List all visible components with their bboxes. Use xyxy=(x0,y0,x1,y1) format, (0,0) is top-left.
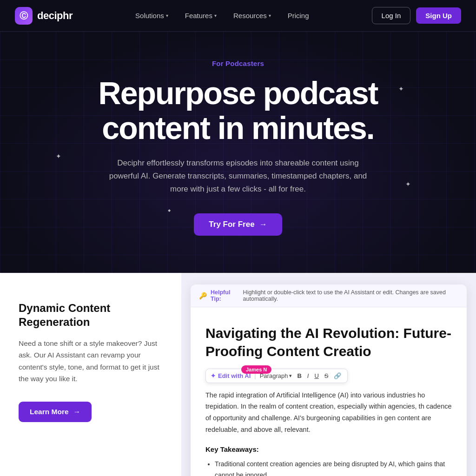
chevron-down-icon: ▾ xyxy=(214,13,217,18)
left-panel: Dynamic Content Regeneration Need a tone… xyxy=(0,273,181,476)
tip-label: Helpful Tip: xyxy=(211,289,239,302)
nav-pricing[interactable]: Pricing xyxy=(281,8,316,23)
key-takeaways-label: Key Takeaways: xyxy=(205,445,452,453)
logo[interactable]: Ⓒ deciphr xyxy=(15,7,73,25)
chevron-down-icon: ▾ xyxy=(269,13,271,18)
login-button[interactable]: Log In xyxy=(372,7,411,24)
hero-section: ✦ ✦ ✦ ✦ ⬥ ⬥ For Podcasters Repurpose pod… xyxy=(0,32,476,273)
nav-resources[interactable]: Resources ▾ xyxy=(227,8,278,23)
paragraph-selector[interactable]: Paragraph ▾ xyxy=(260,372,292,379)
underline-button[interactable]: U xyxy=(313,371,320,380)
hero-content: For Podcasters Repurpose podcast content… xyxy=(15,60,461,236)
italic-button[interactable]: I xyxy=(306,371,311,380)
editor-body-text: The rapid integration of Artificial Inte… xyxy=(205,390,452,436)
link-button[interactable]: 🔗 xyxy=(332,371,343,380)
hero-tag: For Podcasters xyxy=(15,60,461,67)
editor-tip-bar: 🔑 Helpful Tip: Highlight or double-click… xyxy=(191,284,467,307)
tip-text: Highlight or double-click text to use th… xyxy=(243,289,458,302)
editor-article-title: Navigating the AI Revolution: Future-Pro… xyxy=(205,324,452,360)
nav-solutions[interactable]: Solutions ▾ xyxy=(129,8,175,23)
key-takeaways-list: Traditional content creation agencies ar… xyxy=(205,459,452,476)
user-cursor xyxy=(248,364,257,372)
nav-links: Solutions ▾ Features ▾ Resources ▾ Prici… xyxy=(129,8,315,23)
strikethrough-button[interactable]: S xyxy=(323,371,330,380)
chevron-down-icon: ▾ xyxy=(166,13,168,18)
try-for-free-button[interactable]: Try For Free → xyxy=(194,213,282,236)
paragraph-label: Paragraph xyxy=(260,372,288,379)
left-panel-title: Dynamic Content Regeneration xyxy=(19,301,163,329)
nav-actions: Log In Sign Up xyxy=(372,7,461,24)
separator: | xyxy=(254,372,256,379)
learn-more-button[interactable]: Learn More → xyxy=(19,402,92,422)
editor-toolbar: ✦ Edit with AI | Paragraph ▾ B I U S 🔗 xyxy=(205,369,348,383)
nav-features[interactable]: Features ▾ xyxy=(178,8,223,23)
navbar: Ⓒ deciphr Solutions ▾ Features ▾ Resourc… xyxy=(0,0,476,32)
chevron-down-icon: ▾ xyxy=(289,373,292,379)
signup-button[interactable]: Sign Up xyxy=(416,7,461,24)
arrow-icon: → xyxy=(259,220,267,229)
bold-button[interactable]: B xyxy=(296,371,303,380)
ai-icon: ✦ xyxy=(211,372,216,379)
text-format-buttons: B I U S 🔗 xyxy=(296,371,343,380)
left-panel-description: Need a tone shift or a style makeover? J… xyxy=(19,337,163,385)
bullet-item: Traditional content creation agencies ar… xyxy=(215,459,452,476)
logo-text: deciphr xyxy=(37,10,73,22)
editor-card: 🔑 Helpful Tip: Highlight or double-click… xyxy=(191,284,467,476)
hero-title: Repurpose podcast content in minutes. xyxy=(57,76,419,145)
logo-icon: Ⓒ xyxy=(15,7,33,25)
edit-with-ai-button[interactable]: ✦ Edit with AI xyxy=(211,372,251,379)
right-panel: 🔑 Helpful Tip: Highlight or double-click… xyxy=(181,273,476,476)
editor-body: Navigating the AI Revolution: Future-Pro… xyxy=(191,307,467,476)
arrow-icon: → xyxy=(73,408,81,416)
lightbulb-icon: 🔑 xyxy=(199,292,207,299)
hero-subtitle: Deciphr effortlessly transforms episodes… xyxy=(108,157,368,196)
bottom-section: Dynamic Content Regeneration Need a tone… xyxy=(0,273,476,476)
